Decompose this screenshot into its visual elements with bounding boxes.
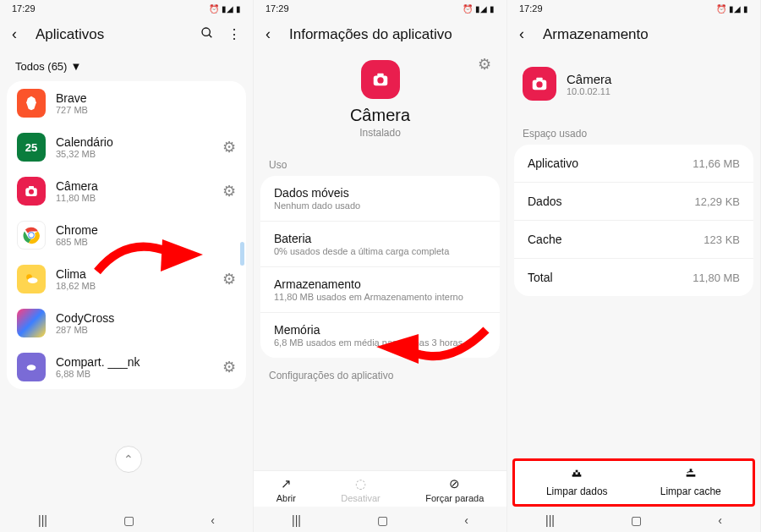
row-sub: 11,80 MB usados em Armazenamento interno [274,292,486,302]
app-size: 287 MB [56,325,236,335]
svg-point-10 [27,365,36,370]
row-sub: 0% usados desde a última carga completa [274,246,486,256]
svg-point-3 [29,189,34,195]
section-label-espaco: Espaço usado [507,116,760,145]
gear-icon[interactable]: ⚙ [222,138,236,156]
status-bar: 17:29 ⏰ ▮◢ ▮ [0,0,253,17]
recents-button[interactable]: ||| [545,513,555,527]
gear-icon[interactable]: ⚙ [222,182,236,200]
row-cache: Cache 123 KB [514,221,753,259]
app-list: Brave 727 MB 25 Calendário 35,32 MB ⚙ Câ… [7,81,246,389]
android-navbar: ||| ▢ ‹ [254,507,506,532]
app-name: Calendário [56,135,212,149]
status-time: 17:29 [519,3,543,14]
home-button[interactable]: ▢ [631,513,642,527]
alarm-icon: ⏰ [463,4,473,14]
row-memoria[interactable]: Memória 6,8 MB usados em média nas últim… [260,313,500,358]
clear-cache-icon: + [634,468,748,484]
panel-apps: 17:29 ⏰ ▮◢ ▮ ‹ Aplicativos ⋮ Todos (65) … [0,0,254,532]
bottom-actions: ↗ Abrir ◌ Desativar ⊘ Forçar parada [254,470,506,507]
svg-point-0 [202,28,210,36]
camera-icon [361,60,400,99]
chrome-icon [17,221,46,250]
list-item[interactable]: Clima 18,62 MB ⚙ [7,257,246,301]
recents-button[interactable]: ||| [292,513,301,527]
action-forcar-parada[interactable]: ⊘ Forçar parada [425,476,484,503]
disable-icon: ◌ [341,476,380,491]
svg-rect-23 [686,474,695,477]
app-size: 18,62 MB [56,281,212,291]
row-armazenamento[interactable]: Armazenamento 11,80 MB usados em Armazen… [260,267,500,313]
gear-icon[interactable]: ⚙ [478,55,491,74]
list-item[interactable]: Brave 727 MB [7,81,246,125]
weather-icon [17,265,46,293]
more-icon[interactable]: ⋮ [227,26,241,42]
section-label-config: Configurações do aplicativo [254,358,506,387]
app-size: 727 MB [56,105,236,115]
kv-label: Total [528,271,553,284]
back-button[interactable]: ‹ [718,513,722,527]
app-meta: Câmera 10.0.02.11 [567,72,611,96]
list-item[interactable]: Compart. ___nk 6,88 MB ⚙ [7,345,246,389]
kv-label: Dados [528,195,561,208]
header-apps: ‹ Aplicativos ⋮ [0,17,253,55]
row-bateria[interactable]: Bateria 0% usados desde a última carga c… [260,222,500,267]
app-name: Câmera [56,179,212,193]
clear-data-icon [520,468,634,484]
header-actions: ⋮ [200,26,241,43]
status-icons: ⏰ ▮◢ ▮ [716,4,748,14]
app-version: 10.0.02.11 [567,86,611,96]
app-info: Chrome 685 MB [56,223,236,247]
row-title: Dados móveis [274,186,486,200]
back-icon[interactable]: ‹ [266,25,281,43]
home-button[interactable]: ▢ [377,513,388,527]
gear-icon[interactable]: ⚙ [222,358,236,376]
panel-storage: 17:29 ⏰ ▮◢ ▮ ‹ Armazenamento Câmera 10.0… [507,0,761,532]
svg-text:+: + [686,469,688,474]
row-title: Memória [274,323,486,337]
scroll-to-top-button[interactable]: ⌃ [115,446,142,473]
list-item[interactable]: Câmera 11,80 MB ⚙ [7,169,246,213]
camera-icon [523,67,556,101]
kv-value: 123 KB [704,233,740,246]
app-size: 6,88 MB [56,369,212,379]
clear-data-button[interactable]: Limpar dados [520,468,634,497]
row-dados-moveis[interactable]: Dados móveis Nenhum dado usado [260,176,500,222]
back-icon[interactable]: ‹ [12,25,27,43]
back-icon[interactable]: ‹ [519,25,534,43]
back-button[interactable]: ‹ [211,513,215,527]
home-button[interactable]: ▢ [123,513,134,527]
list-item[interactable]: CodyCross 287 MB [7,301,246,345]
android-navbar: ||| ▢ ‹ [507,507,760,532]
action-abrir[interactable]: ↗ Abrir [276,476,296,503]
list-item[interactable]: 25 Calendário 35,32 MB ⚙ [7,125,246,169]
gear-icon[interactable]: ⚙ [222,270,236,288]
app-info: Calendário 35,32 MB [56,135,212,159]
action-label: Limpar dados [546,485,608,497]
camera-icon [17,177,46,206]
storage-actions-highlighted: Limpar dados + Limpar cache [512,458,755,507]
filter-dropdown[interactable]: Todos (65) ▼ [0,55,253,81]
svg-point-9 [28,277,38,283]
app-info: Clima 18,62 MB [56,267,212,291]
status-bar: 17:29 ⏰ ▮◢ ▮ [254,0,506,17]
brave-icon [17,89,46,118]
status-time: 17:29 [12,3,36,14]
stop-icon: ⊘ [425,476,484,491]
recents-button[interactable]: ||| [38,513,47,527]
search-icon[interactable] [200,26,214,43]
action-desativar[interactable]: ◌ Desativar [341,476,380,503]
app-name: Câmera [567,72,611,86]
app-name: Câmera [254,106,506,125]
svg-rect-18 [572,474,582,477]
storage-card: Aplicativo 11,66 MB Dados 12,29 KB Cache… [514,145,753,296]
signal-icon: ▮◢ [475,4,487,14]
back-button[interactable]: ‹ [464,513,468,527]
app-size: 685 MB [56,237,236,247]
action-label: Limpar cache [660,485,721,497]
svg-rect-17 [576,470,578,473]
list-item[interactable]: Chrome 685 MB [7,213,246,257]
row-sub: Nenhum dado usado [274,200,486,211]
app-name: CodyCross [56,311,236,325]
clear-cache-button[interactable]: + Limpar cache [634,468,748,497]
